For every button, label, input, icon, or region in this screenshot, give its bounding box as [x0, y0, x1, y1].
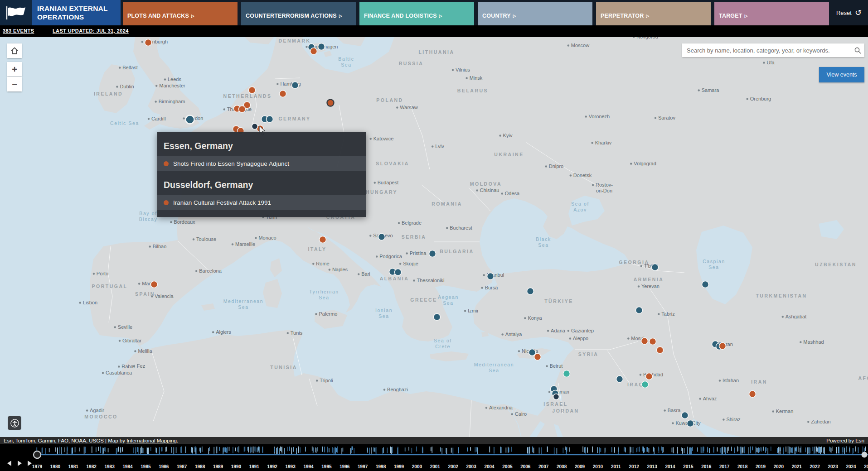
attribution-link[interactable]: International Mapping	[126, 438, 177, 443]
event-marker[interactable]	[702, 281, 709, 288]
map-label-basra: Basra	[668, 408, 681, 413]
timeline-tick	[805, 447, 806, 452]
event-marker[interactable]	[249, 87, 256, 94]
event-marker[interactable]	[650, 338, 656, 345]
event-marker[interactable]	[641, 338, 648, 345]
event-marker[interactable]	[186, 115, 194, 124]
event-marker[interactable]	[682, 412, 689, 419]
event-marker[interactable]	[310, 48, 317, 55]
reset-button[interactable]: Reset ↺	[836, 9, 862, 17]
play-button[interactable]	[15, 460, 23, 467]
filter-button-perpetrator[interactable]: PERPETRATOR▷	[596, 2, 711, 25]
filter-button-country[interactable]: COUNTRY▷	[478, 2, 592, 25]
event-marker[interactable]	[657, 347, 664, 354]
map-label-monaco: Monaco	[258, 235, 276, 240]
timeline-tick	[373, 447, 374, 452]
last-updated[interactable]: LAST UPDATED: JUL 31, 2024	[53, 28, 129, 34]
event-marker[interactable]	[151, 281, 158, 288]
event-marker[interactable]	[553, 394, 559, 400]
city-dot	[398, 222, 400, 224]
event-marker[interactable]	[320, 236, 326, 243]
map-canvas[interactable]: DENMARKLITHUANIARUSSIABELARUSPOLANDNETHE…	[0, 37, 868, 437]
map-label-barcelona: Barcelona	[199, 268, 222, 274]
event-marker[interactable]	[749, 391, 756, 398]
event-marker[interactable]	[534, 354, 541, 360]
event-marker[interactable]	[642, 381, 649, 388]
map-label-netherlands: NETHERLANDS	[223, 93, 272, 99]
event-marker[interactable]	[563, 370, 570, 377]
event-marker[interactable]	[318, 43, 325, 50]
map-label-iraq: IRAQ	[627, 382, 644, 387]
step-forward-button[interactable]	[25, 460, 33, 467]
event-marker[interactable]	[327, 100, 334, 106]
map-label-algiers: Algiers	[216, 329, 231, 335]
event-marker[interactable]	[145, 39, 152, 46]
timeline-handle-end[interactable]	[862, 452, 868, 458]
timeline-tick	[703, 447, 704, 451]
map-label-novgorod: Novgorod	[636, 37, 658, 39]
filter-button-target[interactable]: TARGET▷	[714, 2, 829, 25]
timeline-tick	[722, 447, 723, 454]
search-input[interactable]	[682, 43, 851, 57]
city-dot	[312, 263, 314, 264]
timeline-track[interactable]	[37, 454, 868, 455]
city-dot	[119, 340, 121, 341]
event-marker[interactable]	[487, 273, 494, 280]
timeline-tick	[467, 447, 468, 452]
event-marker[interactable]	[434, 314, 441, 321]
timeline-tick	[800, 448, 800, 452]
zoom-out-button[interactable]: −	[7, 77, 22, 91]
timeline-tick	[195, 448, 196, 454]
accessibility-button[interactable]	[8, 416, 21, 430]
filter-button-plots-and-attacks[interactable]: PLOTS AND ATTACKS▷	[123, 2, 238, 25]
event-marker[interactable]	[292, 82, 299, 89]
event-marker[interactable]	[252, 124, 258, 130]
timeline-tick	[176, 447, 177, 453]
timeline-tick	[821, 447, 822, 453]
event-marker[interactable]	[527, 288, 534, 295]
timeline-year-label: 1980	[50, 464, 61, 469]
event-marker[interactable]	[378, 234, 385, 240]
timeline-tick	[630, 447, 630, 453]
timeline-year-label: 1988	[195, 464, 205, 469]
popup-event-shots-fired-into-essen-synagogue-adjunct[interactable]: Shots Fired into Essen Synagogue Adjunct	[157, 156, 366, 171]
event-marker[interactable]	[616, 376, 623, 383]
view-events-button[interactable]: View events	[819, 67, 864, 82]
event-marker[interactable]	[646, 373, 653, 380]
city-dot	[640, 265, 642, 267]
event-marker[interactable]	[636, 307, 643, 314]
event-marker[interactable]	[280, 91, 286, 97]
city-dot	[148, 118, 150, 120]
popup-event-iranian-cultural-festival-attack-1991[interactable]: Iranian Cultural Festival Attack 1991	[157, 195, 366, 210]
step-back-button[interactable]	[5, 460, 13, 467]
events-count[interactable]: 383 EVENTS	[3, 28, 34, 34]
event-marker[interactable]	[429, 250, 436, 257]
event-marker[interactable]	[652, 264, 659, 271]
attribution-sources: Esri, TomTom, Garmin, FAO, NOAA, USGS | …	[4, 438, 126, 443]
map-label-kerman: Kerman	[776, 409, 794, 414]
timeline-tick	[59, 447, 60, 454]
timeline-handle-start[interactable]	[34, 451, 41, 458]
search-button[interactable]	[851, 43, 864, 57]
filter-button-finance-and-logistics[interactable]: FINANCE AND LOGISTICS▷	[359, 2, 474, 25]
timeline-chart[interactable]: 1979198019811982198319841985198619871988…	[0, 444, 868, 471]
zoom-in-button[interactable]: +	[7, 62, 22, 77]
top-header: IRANIAN EXTERNAL OPERATIONS PLOTS AND AT…	[0, 0, 868, 25]
map-label-melilla: Melilla	[138, 348, 152, 354]
timeline-tick	[387, 447, 388, 453]
timeline-tick	[863, 447, 863, 453]
fdd-logo[interactable]	[0, 0, 32, 25]
filter-button-counterterrorism-actions[interactable]: COUNTERTERRORISM ACTIONS▷	[241, 2, 356, 25]
timeline-tick	[165, 447, 166, 452]
event-marker[interactable]	[719, 343, 726, 350]
event-marker[interactable]	[239, 106, 246, 113]
event-marker[interactable]	[395, 269, 402, 276]
event-marker[interactable]	[267, 116, 273, 123]
popup-event-title: Iranian Cultural Festival Attack 1991	[173, 199, 271, 206]
home-button[interactable]	[7, 43, 22, 58]
filter-label: FINANCE AND LOGISTICS	[364, 13, 437, 19]
city-dot	[567, 44, 569, 46]
city-dot	[699, 398, 701, 399]
map-label-sea-of-azov: Sea ofAzov	[571, 201, 589, 212]
event-marker[interactable]	[687, 420, 694, 427]
